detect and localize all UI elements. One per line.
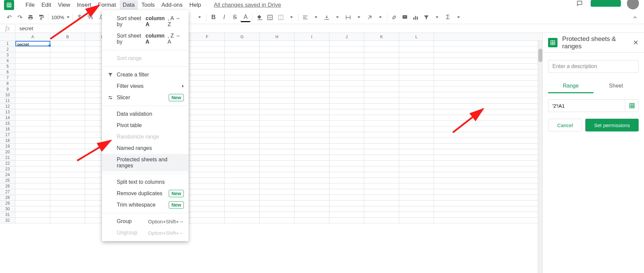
redo-button[interactable]: ↷ [15,13,25,22]
cell[interactable] [190,92,225,98]
cell[interactable] [15,218,50,223]
cell[interactable] [190,98,225,103]
cell[interactable] [364,115,399,120]
cell[interactable] [329,47,364,52]
row-header[interactable]: 1 [0,41,15,46]
cell[interactable] [190,41,225,46]
cell[interactable] [399,92,434,98]
cell[interactable] [225,121,260,126]
menu-create-filter[interactable]: Create a filter [102,69,189,80]
cell[interactable] [329,138,364,143]
cell[interactable] [260,212,294,217]
cell[interactable] [260,75,294,80]
cell[interactable] [225,58,260,63]
cancel-button[interactable]: Cancel [548,119,582,131]
cell[interactable] [329,172,364,177]
cell[interactable] [50,115,85,120]
comment-button[interactable]: + [400,13,410,22]
cell[interactable] [190,189,225,195]
cell[interactable] [329,126,364,132]
cell[interactable] [260,166,294,172]
menu-tools[interactable]: Tools [139,0,158,10]
cell[interactable] [364,81,399,86]
row-header[interactable]: 31 [0,212,15,217]
cell[interactable] [15,132,50,138]
text-color-button[interactable]: A [240,13,251,22]
cell[interactable] [15,144,50,149]
row-header[interactable]: 11 [0,98,15,103]
cell[interactable] [50,161,85,166]
cell[interactable] [294,149,329,155]
rotate-caret[interactable] [375,13,385,22]
cell[interactable] [294,104,329,109]
cell[interactable] [260,115,294,120]
cell[interactable] [329,195,364,200]
cell[interactable] [15,189,50,195]
cell[interactable] [50,47,85,52]
cell[interactable] [190,201,225,206]
cell[interactable] [260,189,294,195]
cell[interactable] [225,178,260,183]
menu-trim-whitespace[interactable]: Trim whitespaceNew [102,199,189,211]
cell[interactable] [294,75,329,80]
row-header[interactable]: 32 [0,218,15,223]
cell[interactable] [15,166,50,172]
print-button[interactable] [25,13,36,22]
cell[interactable] [190,161,225,166]
row-header[interactable]: 2 [0,47,15,52]
cell[interactable] [364,104,399,109]
cell[interactable] [50,41,85,46]
vertical-scrollbar[interactable] [538,41,542,273]
row-header[interactable]: 4 [0,58,15,63]
cell[interactable] [329,132,364,138]
cell[interactable] [364,161,399,166]
row-header[interactable]: 13 [0,109,15,115]
row-header[interactable]: 20 [0,149,15,155]
row-header[interactable]: 14 [0,115,15,120]
row-header[interactable]: 15 [0,121,15,126]
cell[interactable] [50,144,85,149]
cell[interactable] [190,166,225,172]
cell[interactable] [329,206,364,212]
cell[interactable] [329,109,364,115]
menu-data[interactable]: Data [120,0,138,10]
cell[interactable] [364,47,399,52]
cell[interactable] [364,109,399,115]
cell[interactable] [225,41,260,46]
sheets-logo[interactable] [4,0,14,10]
undo-button[interactable]: ↶ [4,13,14,22]
halign-caret[interactable] [311,13,321,22]
cell[interactable] [225,109,260,115]
cell[interactable] [364,87,399,92]
col-header-G[interactable]: G [225,33,260,41]
tab-sheet[interactable]: Sheet [593,79,639,93]
valign-button[interactable] [322,13,332,22]
row-header[interactable]: 5 [0,64,15,69]
tab-range[interactable]: Range [548,79,593,93]
cell[interactable] [190,121,225,126]
select-all-corner[interactable] [0,33,15,41]
cell[interactable] [50,138,85,143]
cell[interactable] [294,166,329,172]
cell[interactable] [260,161,294,166]
cell[interactable] [399,166,434,172]
cell[interactable] [364,144,399,149]
cell[interactable] [399,172,434,177]
row-header[interactable]: 7 [0,75,15,80]
cell[interactable] [190,47,225,52]
menu-sort-za[interactable]: Sort sheet by column A, Z → A [102,30,189,48]
row-header[interactable]: 29 [0,201,15,206]
filter-caret[interactable] [432,13,442,22]
cell[interactable] [329,166,364,172]
select-range-button[interactable] [625,99,639,112]
cell[interactable] [294,81,329,86]
cell[interactable] [260,98,294,103]
cell[interactable] [399,52,434,58]
cell[interactable] [364,178,399,183]
cell[interactable] [364,92,399,98]
row-header[interactable]: 18 [0,138,15,143]
cell[interactable] [190,206,225,212]
cell[interactable] [399,178,434,183]
cell[interactable] [329,58,364,63]
cell[interactable] [190,69,225,75]
